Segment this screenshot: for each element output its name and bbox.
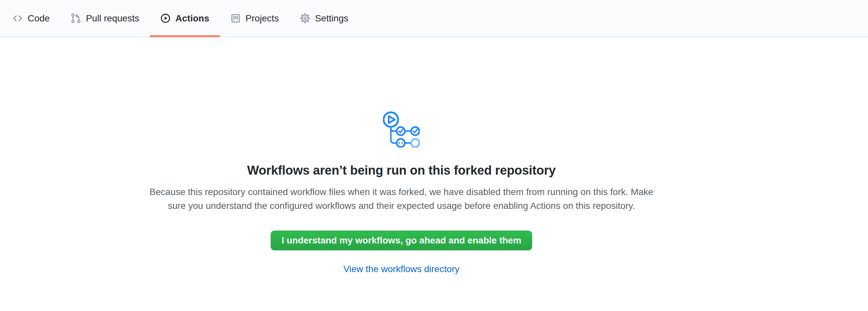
tab-label: Pull requests (86, 13, 139, 24)
tab-label: Code (28, 13, 50, 24)
project-board-icon (230, 13, 241, 23)
play-circle-icon (160, 13, 170, 23)
tab-actions[interactable]: Actions (150, 0, 220, 37)
gear-icon (300, 13, 310, 23)
tab-label: Projects (246, 13, 279, 24)
view-workflows-directory-link[interactable]: View the workflows directory (89, 263, 714, 275)
tab-code[interactable]: Code (2, 0, 60, 37)
tab-pull-requests[interactable]: Pull requests (60, 0, 150, 37)
blankslate-description: Because this repository contained workfl… (122, 185, 681, 213)
description-line: Because this repository contained workfl… (122, 185, 681, 199)
enable-workflows-button[interactable]: I understand my workflows, go ahead and … (271, 230, 532, 250)
tab-label: Actions (176, 13, 210, 24)
actions-disabled-blankslate: Workflows aren’t being run on this forke… (89, 111, 714, 275)
description-line: sure you understand the configured workf… (122, 199, 681, 213)
blankslate-title: Workflows aren’t being run on this forke… (89, 163, 714, 178)
tab-settings[interactable]: Settings (289, 0, 359, 37)
code-icon (12, 13, 23, 23)
tab-label: Settings (315, 13, 348, 24)
git-pull-request-icon (71, 13, 81, 23)
actions-workflow-graph-icon (89, 111, 714, 148)
repo-tab-bar: Code Pull requests Actions (0, 0, 868, 37)
tab-projects[interactable]: Projects (220, 0, 289, 37)
